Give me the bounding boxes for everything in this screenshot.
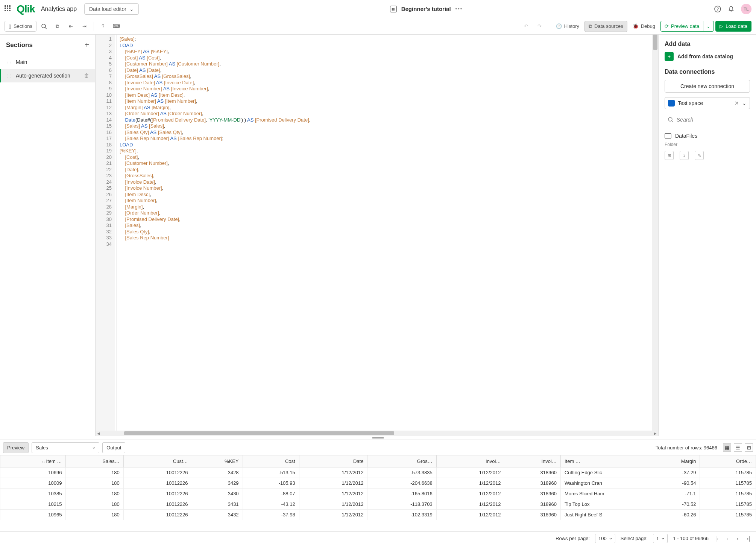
data-sources-panel: Add data + Add from data catalog Data co… [658, 35, 756, 436]
help-icon[interactable]: ? [714, 5, 721, 13]
data-sources-button[interactable]: ⧉ Data sources [584, 21, 627, 32]
table-cell: 1/12/2012 [299, 489, 367, 499]
column-header[interactable]: Sales… [66, 455, 123, 467]
table-cell: 318960 [505, 499, 560, 510]
sections-toggle-button[interactable]: ▯ Sections [5, 21, 36, 32]
preview-grid-wrap[interactable]: Item …Sales…Cust…%KEYCostDateGros…Invoi…… [0, 455, 756, 531]
debug-button[interactable]: 🐞 Debug [629, 21, 659, 31]
preview-data-label: Preview data [671, 23, 699, 29]
tool-selector[interactable]: Data load editor ⌄ [84, 3, 139, 15]
space-label: Test space [678, 100, 703, 106]
clear-icon[interactable]: ✕ [735, 100, 739, 106]
page-next-button[interactable]: › [735, 535, 740, 542]
column-header[interactable]: %KEY [192, 455, 243, 467]
table-row[interactable]: 10696180100122263428-513.151/12/2012-573… [0, 467, 756, 478]
page-prev-button[interactable]: ‹ [725, 535, 730, 542]
column-header[interactable]: Orde… [700, 455, 756, 467]
code-content[interactable]: [Sales]:LOAD [%KEY] AS [%KEY], [Cost] AS… [116, 35, 652, 431]
table-cell: -105.93 [243, 478, 299, 489]
delete-section-icon[interactable]: 🗑 [84, 73, 89, 79]
space-selector[interactable]: Test space ✕ ⌄ [665, 97, 750, 109]
select-page-select[interactable]: 1 [653, 534, 668, 543]
select-data-icon[interactable]: ⊞ [665, 151, 674, 160]
table-cell: 1/12/2012 [299, 467, 367, 478]
column-header[interactable]: Item … [0, 455, 66, 467]
chevron-down-icon: ⌄ [742, 100, 747, 106]
comment-button[interactable]: ⧉ [52, 21, 64, 32]
preview-data-button[interactable]: ⟳ Preview data [661, 21, 703, 31]
page-first-button[interactable]: |‹ [714, 535, 720, 542]
table-row[interactable]: 10385180100122263430-88.071/12/2012-165.… [0, 489, 756, 499]
connection-search[interactable] [665, 114, 750, 126]
load-data-button[interactable]: ▷ Load data [715, 21, 751, 32]
section-item[interactable]: ⋮⋮Auto-generated section🗑 [0, 69, 95, 82]
more-menu-icon[interactable]: ••• [455, 6, 463, 12]
column-header[interactable]: Date [299, 455, 367, 467]
bell-icon[interactable] [727, 5, 735, 13]
column-header[interactable]: Invoi… [436, 455, 505, 467]
table-cell: 318960 [505, 510, 560, 520]
output-tab[interactable]: Output [102, 442, 125, 453]
select-page-label: Select page: [621, 536, 648, 541]
keyboard-button[interactable]: ⌨ [111, 21, 123, 31]
column-header[interactable]: Margin [647, 455, 700, 467]
table-row[interactable]: 10009180100122263429-105.931/12/2012-204… [0, 478, 756, 489]
column-header[interactable]: Cust… [123, 455, 192, 467]
add-from-catalog-button[interactable]: + Add from data catalog [665, 52, 750, 61]
column-header[interactable]: Item … [560, 455, 647, 467]
vertical-scrollbar[interactable] [652, 35, 658, 431]
table-cell: 10385 [0, 489, 66, 499]
table-cell: 180 [66, 510, 123, 520]
column-header[interactable]: Gros… [367, 455, 436, 467]
column-header[interactable]: Invoi… [505, 455, 560, 467]
table-cell: -88.07 [243, 489, 299, 499]
rows-per-page-select[interactable]: 100 [595, 534, 615, 543]
svg-point-2 [42, 24, 46, 28]
code-editor[interactable]: 1234567891011121314151617181920212223242… [96, 35, 658, 431]
add-section-button[interactable]: + [85, 41, 89, 49]
table-cell: 115785 [700, 467, 756, 478]
indent-button[interactable]: ⇥ [79, 21, 91, 31]
search-input[interactable] [677, 117, 747, 123]
table-row[interactable]: 10215180100122263431-43.121/12/2012-118.… [0, 499, 756, 510]
table-cell: 318960 [505, 478, 560, 489]
unindent-button[interactable]: ⇤ [65, 21, 77, 31]
create-connection-button[interactable]: Create new connection [665, 80, 750, 93]
preview-icon: ⟳ [665, 23, 669, 29]
section-label: Main [16, 59, 27, 65]
table-cell: Just Right Beef S [560, 510, 647, 520]
undo-button[interactable]: ↶ [520, 21, 532, 31]
sources-icon: ⧉ [589, 23, 592, 29]
page-range-label: 1 - 100 of 96466 [673, 536, 709, 541]
sections-header: Sections + [0, 35, 95, 55]
datafiles-folder[interactable]: DataFiles [665, 131, 750, 141]
help-toolbar-button[interactable]: ? [97, 21, 109, 31]
app-launcher-icon[interactable] [5, 5, 12, 13]
total-rows-label: Total number of rows: 96466 [656, 445, 717, 451]
page-last-button[interactable]: ›| [745, 535, 751, 542]
table-cell: 115785 [700, 489, 756, 499]
history-button[interactable]: 🕑 History [552, 21, 583, 31]
preview-tab[interactable]: Preview [3, 442, 29, 453]
search-button[interactable] [38, 21, 50, 32]
table-row[interactable]: 10965180100122263432-37.981/12/2012-102.… [0, 510, 756, 520]
view-grid-icon[interactable]: ⊞ [745, 443, 753, 452]
table-cell: 318960 [505, 467, 560, 478]
table-cell: 10012226 [123, 478, 192, 489]
preview-data-dropdown[interactable]: ⌄ [703, 21, 713, 31]
edit-connection-icon[interactable]: ✎ [695, 151, 704, 160]
preview-resize-handle[interactable] [0, 436, 756, 440]
table-cell: 10012226 [123, 499, 192, 510]
redo-button[interactable]: ↷ [534, 21, 546, 31]
column-header[interactable]: Cost [243, 455, 299, 467]
table-cell: -118.3703 [367, 499, 436, 510]
user-avatar[interactable]: TL [741, 4, 751, 14]
view-list-icon[interactable]: ☰ [734, 443, 742, 452]
section-item[interactable]: ⋮⋮Main [0, 55, 95, 69]
table-cell: 10009 [0, 478, 66, 489]
insert-script-icon[interactable]: ⤵ [680, 151, 689, 160]
view-table-icon[interactable]: ▦ [723, 443, 731, 452]
preview-data-split: ⟳ Preview data ⌄ [660, 21, 714, 32]
table-selector[interactable]: Sales [32, 442, 99, 453]
horizontal-scrollbar[interactable]: ◀ ▶ [96, 431, 658, 436]
